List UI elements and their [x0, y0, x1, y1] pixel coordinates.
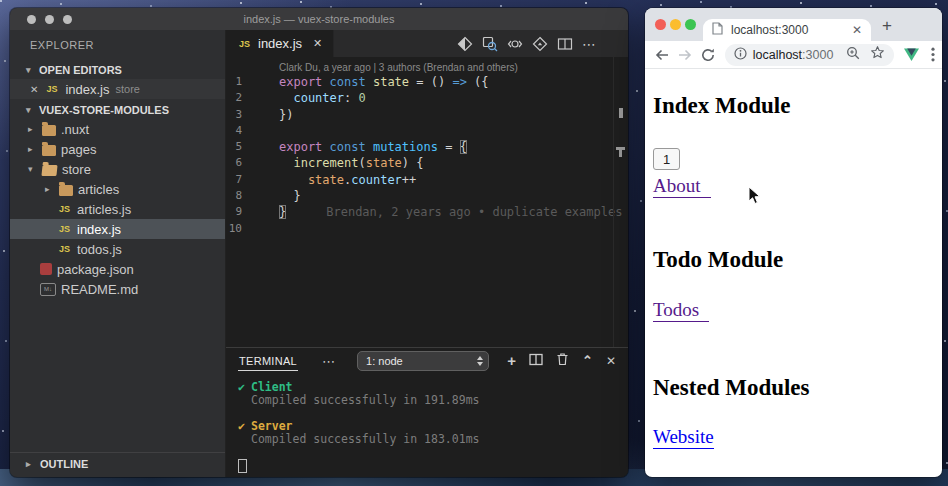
tree-item-nuxt[interactable]: ▸.nuxt [10, 119, 225, 139]
back-icon[interactable] [651, 43, 674, 66]
bookmark-star-icon[interactable] [870, 45, 885, 64]
open-editors-section-header[interactable]: ▾ OPEN EDITORS [10, 61, 225, 79]
zoom-icon[interactable] [846, 46, 860, 64]
workspace-section-header[interactable]: ▾ VUEX-STORE-MODULES [10, 101, 225, 119]
file-label: index.js [77, 222, 121, 237]
address-bar[interactable]: localhost:3000 [725, 44, 894, 66]
terminal-output[interactable]: ✔ClientCompiled successfully in 191.89ms… [226, 374, 628, 473]
code-line[interactable]: 6 increment(state) { [226, 155, 628, 171]
code-line[interactable]: 7 state.counter++ [226, 172, 628, 188]
chevron-right-icon: ▸ [28, 124, 37, 134]
outline-label: OUTLINE [40, 458, 88, 470]
open-preview-icon[interactable] [482, 36, 498, 52]
terminal-tab[interactable]: TERMINAL [238, 351, 298, 371]
tree-item-index-js[interactable]: JSindex.js [10, 219, 225, 239]
code-line[interactable]: 3}) [226, 107, 628, 123]
url-port: :3000 [802, 48, 833, 62]
line-number: 3 [226, 107, 242, 123]
todos-link[interactable]: Todos [653, 300, 709, 322]
window-minimize-button[interactable] [670, 19, 681, 30]
vscode-titlebar[interactable]: index.js — vuex-store-modules [10, 8, 628, 30]
tree-item-pages[interactable]: ▸pages [10, 139, 225, 159]
page-section: Index Module1About [653, 69, 934, 198]
explorer-heading: EXPLORER [10, 30, 225, 51]
new-terminal-icon[interactable]: + [507, 355, 516, 367]
gitlens-icon[interactable] [532, 36, 548, 52]
editor-toolbar: ⋯ [457, 30, 628, 57]
more-actions-icon[interactable]: ⋯ [582, 39, 596, 49]
menu-icon[interactable] [924, 47, 942, 62]
md-icon: M↓ [40, 283, 56, 296]
window-zoom-button[interactable] [685, 19, 696, 30]
url-text[interactable]: localhost:3000 [753, 48, 834, 62]
code-line[interactable]: 8 } [226, 188, 628, 204]
file-tree: ▸.nuxt▸pages▾store▸articlesJSarticles.js… [10, 119, 225, 299]
counter-button[interactable]: 1 [653, 148, 680, 170]
terminal-header: TERMINAL ⋯ 1: node + ⌃ ✕ [226, 348, 628, 374]
vue-devtools-icon[interactable] [900, 47, 922, 62]
code-line[interactable]: 9}Brendan, 2 years ago • duplicate examp… [226, 204, 628, 220]
open-editors-label: OPEN EDITORS [39, 64, 122, 76]
tree-item-articles-js[interactable]: JSarticles.js [10, 199, 225, 219]
code-line[interactable]: 5export const mutations = { [226, 139, 628, 155]
website-link[interactable]: Website [653, 427, 714, 449]
file-label: store [62, 162, 91, 177]
toggle-blame-icon[interactable] [507, 36, 523, 52]
browser-tab[interactable]: localhost:3000 ✕ [703, 19, 871, 41]
code-line[interactable]: 1export const state = () => ({ [226, 74, 628, 90]
window-zoom-button[interactable] [63, 15, 72, 24]
new-tab-button[interactable]: + [882, 16, 892, 36]
overview-ruler[interactable] [613, 57, 628, 347]
editor-area: JS index.js ✕ ⋯ Clark Du, a year ago [225, 30, 628, 477]
line-number: 10 [226, 221, 242, 237]
tab-index-js[interactable]: JS index.js ✕ [226, 30, 334, 57]
kill-terminal-icon[interactable] [556, 352, 569, 370]
workspace-label: VUEX-STORE-MODULES [39, 104, 169, 116]
open-editor-item[interactable]: ✕ JS index.js store [10, 79, 225, 99]
chevron-down-icon: ▾ [26, 105, 35, 115]
codelens-annotation[interactable]: Clark Du, a year ago | 3 authors (Brenda… [226, 61, 628, 74]
page-content: Index Module1AboutTodo ModuleTodosNested… [645, 69, 942, 477]
maximize-panel-icon[interactable]: ⌃ [582, 356, 593, 366]
tree-item-store[interactable]: ▾store [10, 159, 225, 179]
forward-icon[interactable] [674, 43, 697, 66]
terminal-cursor [238, 459, 247, 473]
split-editor-icon[interactable] [557, 36, 573, 52]
outline-section-header[interactable]: ▸ OUTLINE [10, 452, 225, 474]
compare-icon[interactable] [457, 36, 473, 52]
terminal-selector[interactable]: 1: node [357, 351, 489, 371]
code-text: export const state = () => ({ [242, 74, 489, 90]
page-info-icon[interactable] [734, 46, 747, 64]
file-label: package.json [57, 262, 134, 277]
terminal-more-icon[interactable]: ⋯ [322, 354, 335, 369]
file-label: articles.js [77, 202, 131, 217]
close-panel-icon[interactable]: ✕ [606, 354, 616, 368]
window-close-button[interactable] [655, 19, 666, 30]
close-tab-icon[interactable]: ✕ [852, 23, 862, 37]
open-editor-folder-badge: store [115, 83, 139, 95]
code-text: } [242, 188, 301, 204]
split-terminal-icon[interactable] [529, 352, 543, 370]
window-close-button[interactable] [27, 15, 36, 24]
reload-icon[interactable] [697, 43, 720, 66]
folder-icon [59, 185, 73, 196]
tree-item-package-json[interactable]: package.json [10, 259, 225, 279]
browser-tabbar[interactable]: localhost:3000 ✕ + [645, 8, 942, 41]
close-icon[interactable]: ✕ [30, 84, 38, 95]
code-line[interactable]: 10 [226, 221, 628, 237]
tab-title: localhost:3000 [731, 23, 808, 37]
close-tab-icon[interactable]: ✕ [313, 37, 322, 50]
code-line[interactable]: 4 [226, 123, 628, 139]
code-line[interactable]: 2 counter: 0 [226, 90, 628, 106]
file-label: README.md [61, 282, 138, 297]
editor-tabbar: JS index.js ✕ ⋯ [226, 30, 628, 57]
tree-item-articles[interactable]: ▸articles [10, 179, 225, 199]
file-label: pages [61, 142, 96, 157]
code-editor[interactable]: Clark Du, a year ago | 3 authors (Brenda… [226, 57, 628, 347]
window-minimize-button[interactable] [45, 15, 54, 24]
about-link[interactable]: About [653, 176, 711, 198]
chevron-right-icon: ▸ [28, 144, 37, 154]
tree-item-todos-js[interactable]: JStodos.js [10, 239, 225, 259]
terminal-actions: + ⌃ ✕ [507, 352, 628, 370]
tree-item-readme[interactable]: M↓README.md [10, 279, 225, 299]
